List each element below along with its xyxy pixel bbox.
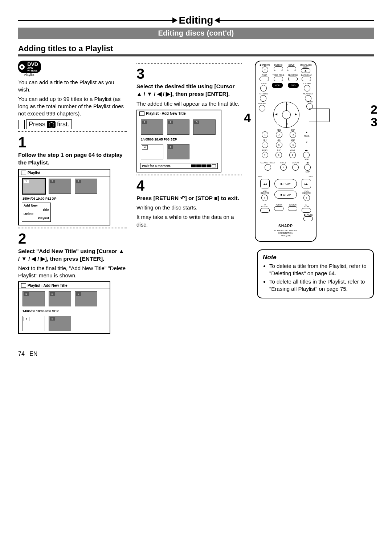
step-4-head: Press [RETURN ↶] or [STOP ■] to exit.	[136, 195, 242, 202]
lead-line-right-vert	[329, 109, 330, 122]
step-3-number: 3	[136, 66, 242, 82]
progress-bar	[191, 164, 216, 167]
step-3-head: Select the desired title using [Cursor ▲…	[136, 83, 242, 98]
lead-line-left	[250, 117, 257, 117]
thumb-1: 1	[141, 119, 163, 135]
step-4-body1: Writing on the disc starts.	[136, 204, 242, 211]
step-1-number: 1	[18, 134, 127, 151]
lead-line-right-bot	[309, 122, 329, 122]
dotted-separator	[136, 63, 242, 64]
callout-right-b: 3	[371, 115, 377, 129]
section-heading: Adding titles to a Playlist	[18, 44, 374, 56]
thumb-5: 5	[49, 316, 71, 331]
num-9[interactable]: 9	[289, 152, 296, 158]
recmode-button[interactable]	[288, 77, 298, 81]
disc-icon	[19, 64, 25, 70]
remote-control: ⏻OPERATE○ DUBBING SETUP OPEN/CLOSEEJECT⏏…	[255, 61, 317, 242]
panel-info-2: 14/05/06 18:05 P06 SEP	[19, 309, 110, 314]
column-1: DVD -RW VR MODE Playlist You can add a t…	[18, 61, 127, 336]
search-button[interactable]	[288, 206, 297, 211]
step-4-number: 4	[136, 178, 242, 194]
timer-button[interactable]	[274, 77, 283, 81]
operate-button[interactable]: ○	[262, 66, 268, 73]
num-4[interactable]: 4	[262, 142, 268, 148]
num-5[interactable]: 5	[276, 142, 282, 148]
playlist-icon	[21, 283, 26, 288]
slow-button[interactable]	[302, 208, 311, 213]
column-2: 3 Select the desired title using [Cursor…	[136, 61, 242, 336]
return-button[interactable]	[259, 105, 265, 111]
note-title: Note	[263, 254, 368, 261]
thumb-3: 3	[75, 291, 97, 306]
thumb-3: 3	[75, 179, 97, 194]
skip-back-button[interactable]	[304, 164, 311, 171]
num-1[interactable]: 1	[262, 131, 268, 138]
thumb-4: 4	[23, 316, 45, 331]
pause-button[interactable]	[303, 216, 313, 221]
press-first-box: Press first.	[26, 119, 72, 129]
setup-button[interactable]	[287, 66, 296, 71]
chapter-banner: Editing	[18, 15, 374, 26]
subtitle-bar: Editing discs (cont'd)	[18, 28, 374, 39]
page-footer: 74 EN	[18, 351, 374, 357]
num-0[interactable]: 0	[280, 164, 287, 171]
stop-button[interactable]: ■ STOP	[274, 191, 297, 199]
num-2[interactable]: 2	[276, 131, 282, 138]
repeat-button[interactable]	[260, 208, 270, 213]
panel-info-1: 15/04/06 19:00 P12 XP	[19, 196, 110, 201]
step-4-body2: It may take a while to write the data on…	[136, 213, 242, 228]
clear-button[interactable]	[265, 164, 271, 171]
dvd-rec-button[interactable]: ●	[303, 195, 310, 201]
display-button[interactable]	[292, 164, 299, 171]
dvd-button-icon	[47, 121, 56, 128]
cmskip-button[interactable]	[304, 85, 310, 91]
note-box: Note To delete a title from the Playlist…	[257, 249, 374, 298]
play-button[interactable]: ▶ PLAY	[274, 179, 297, 188]
divider-right	[220, 20, 374, 21]
panel-info-3: 14/05/06 18:05 P06 SEP	[137, 137, 221, 142]
num-3[interactable]: 3	[290, 131, 296, 138]
vcr-rec-button[interactable]: ●	[261, 195, 268, 201]
note-item-2: To delete all titles in the Playlist, re…	[269, 278, 368, 293]
dubbing-button[interactable]	[274, 66, 283, 71]
rev-button[interactable]: ◀◀	[260, 179, 270, 188]
chapter-title: Editing	[179, 15, 213, 26]
num-6[interactable]: 6	[290, 142, 296, 148]
thumb-2: 2	[49, 291, 71, 306]
dvd-button[interactable]: DVD	[288, 83, 299, 88]
eject-button[interactable]: ⏏	[301, 68, 310, 73]
thumb-1: 1	[23, 291, 45, 306]
playlist-icon	[139, 111, 144, 116]
thumb-3: 3	[193, 119, 216, 135]
callout-right-a: 2	[371, 102, 377, 117]
column-3: 4 2 3 ⏻OPERATE○ DUBBING SETUP OPEN/CLOSE…	[251, 61, 374, 336]
cursor-pad[interactable]: ▲ ▼ ◀ ▶	[268, 102, 304, 127]
lead-line-right-top	[309, 109, 329, 109]
playlist-panel-1: Playlist 1 2 3 15/04/06 19:00 P12 XP Add…	[18, 169, 110, 225]
fwd-button[interactable]: ▶▶	[302, 179, 311, 188]
playlist-icon	[21, 171, 26, 175]
thumb-2: 2	[49, 179, 71, 194]
zoom-button[interactable]	[260, 85, 267, 91]
step-2-body: Next to the final title, "Add New Title"…	[18, 265, 127, 279]
note-item-1: To delete a title from the Playlist, ref…	[269, 262, 368, 277]
audio-button[interactable]	[274, 206, 283, 211]
playlist-panel-2: Playlist - Add New Title 1 2 3 14/05/06 …	[18, 281, 110, 334]
vcr-button[interactable]: VCR	[272, 83, 283, 88]
step-2-head: Select "Add New Title" using [Cursor ▲ /…	[18, 248, 127, 263]
step-3-body: The added title will appear as the final…	[136, 100, 242, 107]
dotted-separator	[136, 175, 242, 175]
tset-button[interactable]	[260, 77, 269, 81]
num-8[interactable]: 8	[275, 152, 282, 158]
thumb-2: 2	[167, 119, 189, 135]
remote-model: VCR/DVD RECORDER COMBINATION N920(ED)	[258, 229, 313, 237]
thumb-4: 4	[141, 144, 163, 159]
intro-p2: You can add up to 99 titles to a Playlis…	[18, 95, 127, 117]
num-7[interactable]: 7	[262, 152, 268, 158]
playlist-panel-3: Playlist - Add New Title 1 2 3 14/05/06 …	[136, 110, 221, 172]
rapid-button[interactable]	[302, 77, 311, 81]
badge-caption: Playlist	[18, 73, 40, 77]
dotted-separator	[18, 228, 127, 228]
divider-left	[18, 20, 172, 21]
skip-fwd-button[interactable]	[303, 152, 310, 158]
